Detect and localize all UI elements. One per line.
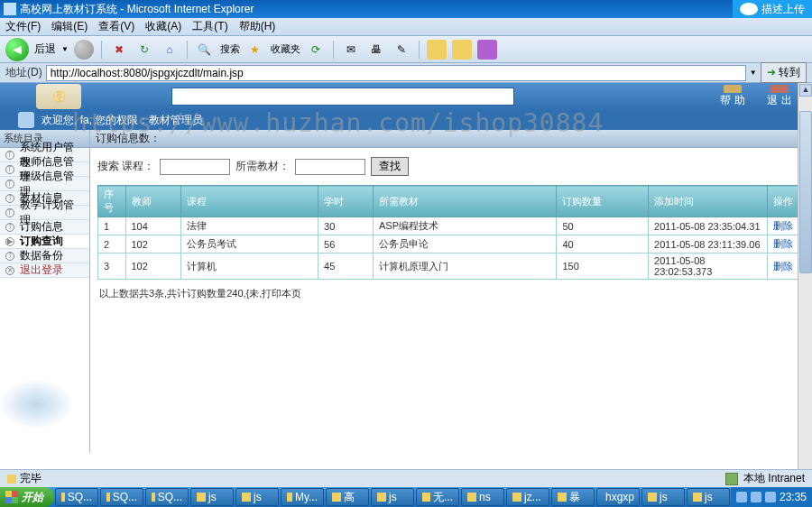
menu-help[interactable]: 帮助(H) [239, 19, 276, 34]
taskbar-item[interactable]: SQ... [55, 488, 98, 506]
welcome-bar: 欢迎您, fa, 您的权限：教材管理员 [0, 110, 812, 130]
folder-icon[interactable] [427, 40, 447, 60]
address-input[interactable] [46, 65, 746, 81]
print-icon[interactable]: 🖶 [366, 40, 386, 60]
cell-qty: 40 [557, 235, 649, 254]
sidebar-item-6[interactable]: ▶订购查询 [0, 235, 89, 249]
bullet-icon: ✕ [5, 266, 14, 275]
menu-edit[interactable]: 编辑(E) [51, 19, 88, 34]
block-icon[interactable] [477, 40, 497, 60]
cell-book: 计算机原理入门 [374, 254, 557, 280]
cell-qty: 50 [557, 217, 649, 235]
taskbar-item[interactable]: hxgxp [596, 488, 640, 506]
sidebar-item-label: 订购查询 [20, 234, 63, 249]
cell-time: 2011-05-08 23:11:39.06 [649, 235, 768, 254]
stop-button[interactable]: ✖ [109, 40, 129, 60]
task-icon [467, 493, 476, 502]
start-button[interactable]: 开始 [0, 487, 54, 507]
cell-teacher: 102 [125, 254, 180, 280]
menu-view[interactable]: 查看(V) [98, 19, 134, 34]
scroll-thumb[interactable] [799, 111, 812, 273]
search-button[interactable]: 查找 [371, 157, 409, 176]
cell-course: 公务员考试 [180, 235, 318, 254]
history-icon[interactable]: ⟳ [306, 40, 326, 60]
sidebar-item-7[interactable]: ⊤数据备份 [0, 249, 89, 263]
column-header: 所需教材 [374, 186, 557, 217]
summary-text: 以上数据共3条,共计订购数量240,{未,打印本页 [90, 280, 812, 308]
header-search-input[interactable] [171, 88, 514, 106]
browser-toolbar: ◄ 后退 ▼ ✖ ↻ ⌂ 🔍搜索 ★收藏夹 ⟳ ✉ 🖶 ✎ [0, 36, 812, 63]
back-dropdown-icon[interactable]: ▼ [61, 45, 69, 53]
search-book-input[interactable] [295, 159, 365, 175]
done-icon [7, 475, 16, 484]
address-bar: 地址(D) ▼ ➜ 转到 [0, 63, 812, 83]
taskbar-item[interactable]: js [190, 488, 234, 506]
search-row: 搜索 课程： 所需教材： 查找 [90, 148, 812, 185]
bullet-icon: ▶ [5, 237, 14, 246]
taskbar-item[interactable]: 高 [326, 488, 369, 506]
taskbar-item[interactable]: js [641, 488, 685, 506]
system-tray[interactable]: 23:35 [731, 487, 812, 507]
help-button[interactable]: 帮 助 [718, 85, 747, 108]
search-label-book: 所需教材： [235, 159, 290, 174]
windows-taskbar: 开始 SQ...SQ...SQ...jsjsMy...高js无...nsjz..… [0, 487, 812, 507]
bullet-icon: ⊤ [5, 180, 14, 189]
go-button[interactable]: ➜ 转到 [761, 62, 807, 83]
task-icon [512, 493, 521, 502]
app-logo: 📀 [36, 84, 81, 109]
table-row: 1104法律30ASP编程技术502011-05-08 23:35:04.31删… [98, 217, 805, 235]
cell-hours: 30 [318, 217, 374, 235]
search-course-input[interactable] [160, 159, 230, 175]
task-icon [422, 493, 430, 502]
home-button[interactable]: ⌂ [160, 40, 180, 60]
folder-icon-2[interactable] [452, 40, 472, 60]
zone-text: 本地 Intranet [743, 471, 805, 486]
taskbar-item[interactable]: js [371, 488, 414, 506]
favorites-icon[interactable]: ★ [245, 40, 265, 60]
sidebar-item-8[interactable]: ✕退出登录 [0, 263, 89, 278]
app-icon [4, 3, 16, 15]
menu-favorites[interactable]: 收藏(A) [145, 19, 181, 34]
taskbar-item[interactable]: ns [461, 488, 504, 506]
avatar-icon [18, 112, 34, 128]
taskbar-item[interactable]: SQ... [145, 488, 189, 506]
cloud-upload-badge[interactable]: 描述上传 [733, 0, 812, 18]
intranet-icon [725, 473, 738, 485]
address-dropdown-icon[interactable]: ▼ [750, 69, 757, 77]
vertical-scrollbar[interactable]: ▲ [798, 83, 812, 469]
cell-course: 法律 [180, 217, 318, 235]
edit-icon[interactable]: ✎ [392, 40, 411, 60]
tray-icon[interactable] [751, 492, 761, 502]
taskbar-item[interactable]: My... [281, 488, 324, 506]
status-bar: 完毕 本地 Intranet [0, 469, 812, 487]
exit-button[interactable]: 退 出 [765, 85, 794, 108]
table-row: 2102公务员考试56公务员申论402011-05-08 23:11:39.06… [98, 235, 805, 254]
taskbar-item[interactable]: jz... [506, 488, 549, 506]
cell-book: ASP编程技术 [374, 217, 557, 235]
mail-icon[interactable]: ✉ [341, 40, 361, 60]
scroll-up-icon[interactable]: ▲ [799, 84, 812, 97]
task-icon [61, 493, 65, 502]
refresh-button[interactable]: ↻ [134, 40, 154, 60]
sidebar-item-2[interactable]: ⊤班级信息管理 [0, 177, 89, 191]
menu-tools[interactable]: 工具(T) [192, 19, 227, 34]
tray-icon[interactable] [736, 492, 747, 502]
forward-button[interactable] [74, 40, 94, 60]
search-icon[interactable]: 🔍 [195, 40, 215, 60]
taskbar-item[interactable]: js [235, 488, 279, 506]
taskbar-item[interactable]: 无... [416, 488, 459, 506]
bullet-icon: ⊤ [5, 223, 14, 232]
taskbar-item[interactable]: js [687, 488, 730, 506]
taskbar-item[interactable]: 暴 [551, 488, 595, 506]
column-header: 教师 [125, 186, 180, 217]
cell-teacher: 104 [125, 217, 180, 235]
menu-file[interactable]: 文件(F) [5, 19, 41, 34]
task-icon [152, 493, 155, 502]
back-button[interactable]: ◄ [5, 38, 29, 61]
sidebar-item-4[interactable]: ⊤教学计划管理 [0, 206, 89, 220]
address-label: 地址(D) [5, 65, 42, 80]
tray-icon[interactable] [765, 492, 776, 502]
sidebar-decoration [0, 278, 89, 494]
table-row: 3102计算机45计算机原理入门1502011-05-08 23:02:53.3… [98, 254, 805, 280]
taskbar-item[interactable]: SQ... [100, 488, 143, 506]
